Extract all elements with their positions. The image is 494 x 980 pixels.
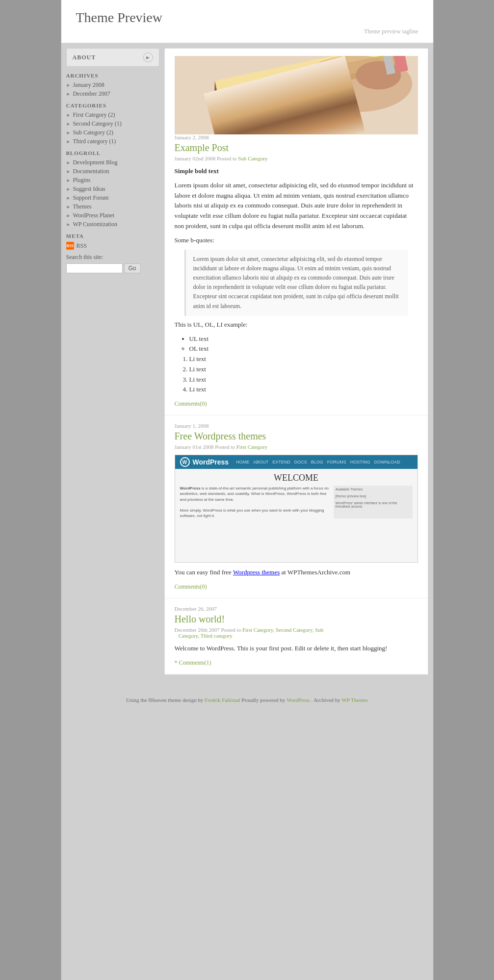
wp-sidebar-mock: Available Themes [theme preview box] Wor… — [334, 486, 413, 518]
wordpress-screenshot: W WordPress HOME ABOUT EXTEND DOCS BLOG … — [175, 455, 418, 563]
comments-link: * Comments(1) — [175, 659, 418, 667]
post-title: Example Post — [175, 142, 418, 154]
ul-list: UL text OL text Li text Li text Li text … — [189, 334, 418, 395]
list-item: UL text OL text Li text Li text Li text … — [189, 334, 418, 395]
site-footer: Using the fHeaven theme design by Fredri… — [61, 690, 433, 710]
post-date: January 1, 2008 — [175, 423, 418, 429]
footer-text-middle: Proudly powered by — [241, 697, 285, 703]
footer-designer-link[interactable]: Fredrik Fahlstad — [205, 697, 240, 703]
blockquote: Lorem ipsum dolor sit amet, consectetur … — [184, 250, 408, 316]
post-hello-world: December 26, 2007 Hello world! December … — [165, 598, 428, 674]
comments-anchor[interactable]: * Comments(1) — [175, 659, 211, 666]
bullet-icon: ► — [66, 130, 71, 135]
bullet-icon: ► — [66, 178, 71, 183]
comments-link: Comments(0) — [175, 400, 418, 408]
cat-third[interactable]: Third category (1) — [73, 138, 116, 145]
about-arrow-icon[interactable]: ► — [143, 52, 153, 62]
search-label: Search this site: — [66, 254, 159, 261]
wp-logo: W WordPress — [180, 457, 229, 467]
list-item: Li text — [189, 385, 418, 395]
themes-text: You can easy find free Wordpress themes … — [175, 567, 418, 578]
archive-dec-2007[interactable]: December 2007 — [73, 90, 110, 98]
cat-sub[interactable]: Sub Category (2) — [73, 129, 113, 136]
list-item: Li text — [189, 375, 418, 385]
list-label: This is UL, OL, LI example: — [175, 320, 418, 330]
archives-list: ► January 2008 ► December 2007 — [66, 81, 159, 98]
wp-header: W WordPress HOME ABOUT EXTEND DOCS BLOG … — [175, 455, 417, 469]
footer-text-before: Using the fHeaven theme design by — [126, 697, 203, 703]
list-item: ► Plugins — [66, 177, 159, 184]
categories-title: CATEGORIES — [66, 103, 159, 108]
svg-point-6 — [356, 61, 401, 90]
wordpress-themes-link[interactable]: Wordpress themes — [233, 568, 280, 576]
list-item: ► WordPress Planet — [66, 212, 159, 219]
blogroll-dev[interactable]: Development Blog — [73, 159, 117, 166]
blogroll-list: ► Development Blog ► Documentation ► Plu… — [66, 159, 159, 228]
comments-anchor[interactable]: Comments(0) — [175, 400, 207, 407]
list-item: ► Themes — [66, 203, 159, 210]
bullet-icon: ► — [66, 160, 71, 165]
post-title-link[interactable]: Free Wordpress themes — [175, 431, 266, 441]
blogroll-support[interactable]: Support Forum — [73, 194, 108, 202]
wp-logo-circle: W — [180, 457, 190, 467]
post-hero-image — [175, 56, 418, 134]
blogroll-plugins[interactable]: Plugins — [73, 177, 90, 184]
bold-text: Simple bold text — [175, 167, 219, 175]
sidebar: ABOUT ► ARCHIVES ► January 2008 ► Decemb… — [66, 48, 159, 273]
post-body: Simple bold text Lorem ipsum dolor sit a… — [175, 166, 418, 395]
footer-wp-link[interactable]: WordPress — [286, 697, 310, 703]
post-meta: January 02nd 2008 Posted to Sub Category — [175, 155, 418, 161]
post-date: December 26, 2007 — [175, 606, 418, 612]
search-button[interactable]: Go — [124, 263, 141, 273]
list-item: ► Documentation — [66, 168, 159, 175]
wp-main-text: WordPress is a state-of-the-art semantic… — [180, 486, 330, 518]
archive-jan-2008[interactable]: January 2008 — [73, 81, 104, 89]
post-category-link[interactable]: Sub Category — [238, 155, 267, 161]
bullet-icon: ► — [66, 169, 71, 174]
blogroll-docs[interactable]: Documentation — [73, 168, 109, 175]
archives-title: ARCHIVES — [66, 73, 159, 78]
about-widget[interactable]: ABOUT ► — [66, 48, 159, 67]
list-item: Li text — [189, 354, 418, 364]
site-title: Theme Preview — [76, 10, 418, 26]
wp-content-row: WordPress is a state-of-the-art semantic… — [180, 486, 413, 518]
cat-second[interactable]: Second Category (1) — [73, 120, 121, 128]
bullet-icon: ► — [66, 195, 71, 201]
post-category-link[interactable]: First Category — [236, 444, 267, 450]
bullet-icon: ► — [66, 204, 71, 209]
list-item: ► Third category (1) — [66, 138, 159, 145]
post-cat-second[interactable]: Second Category — [276, 627, 312, 633]
bullet-icon: ► — [66, 222, 71, 227]
search-form: Go — [66, 263, 159, 273]
rss-link[interactable]: RSS — [77, 242, 87, 250]
list-item: ► Sub Category (2) — [66, 129, 159, 136]
comments-anchor[interactable]: Comments(0) — [175, 583, 207, 590]
search-input[interactable] — [66, 263, 123, 273]
blogroll-wp-planet[interactable]: WordPress Planet — [73, 212, 114, 219]
list-item: ► January 2008 — [66, 81, 159, 89]
list-item: ► Second Category (1) — [66, 120, 159, 128]
post-example: January 2, 2008 Example Post January 02n… — [165, 49, 428, 415]
bullet-icon: ► — [66, 121, 71, 127]
blogroll-wp-custom[interactable]: WP Customization — [73, 221, 117, 228]
bullet-icon: ► — [66, 82, 71, 88]
list-item: ► Development Blog — [66, 159, 159, 166]
blogroll-title: BLOGROLL — [66, 150, 159, 156]
footer-archived-link[interactable]: WP Themes — [341, 697, 367, 703]
ol-header-list: OL text Li text Li text Li text Li text — [189, 344, 418, 395]
post-title-link[interactable]: Example Post — [175, 142, 229, 153]
list-item: ► First Category (2) — [66, 111, 159, 119]
content-wrapper: ABOUT ► ARCHIVES ► January 2008 ► Decemb… — [61, 43, 433, 680]
post-title-link[interactable]: Hello world! — [175, 614, 225, 624]
blogroll-suggest[interactable]: Suggest Ideas — [73, 185, 105, 193]
bullet-icon: ► — [66, 213, 71, 218]
list-item: ► December 2007 — [66, 90, 159, 98]
blockquote-label: Some b-quotes: — [175, 235, 418, 246]
page-wrapper: Theme Preview Theme preview tagline ABOU… — [61, 0, 434, 980]
blogroll-themes[interactable]: Themes — [73, 203, 91, 210]
cat-first[interactable]: First Category (2) — [73, 111, 115, 119]
about-label: ABOUT — [73, 54, 96, 61]
post-cat-third[interactable]: Third category — [201, 633, 233, 639]
post-date: January 2, 2008 — [175, 134, 418, 140]
post-cat-first[interactable]: First Category — [242, 627, 273, 633]
